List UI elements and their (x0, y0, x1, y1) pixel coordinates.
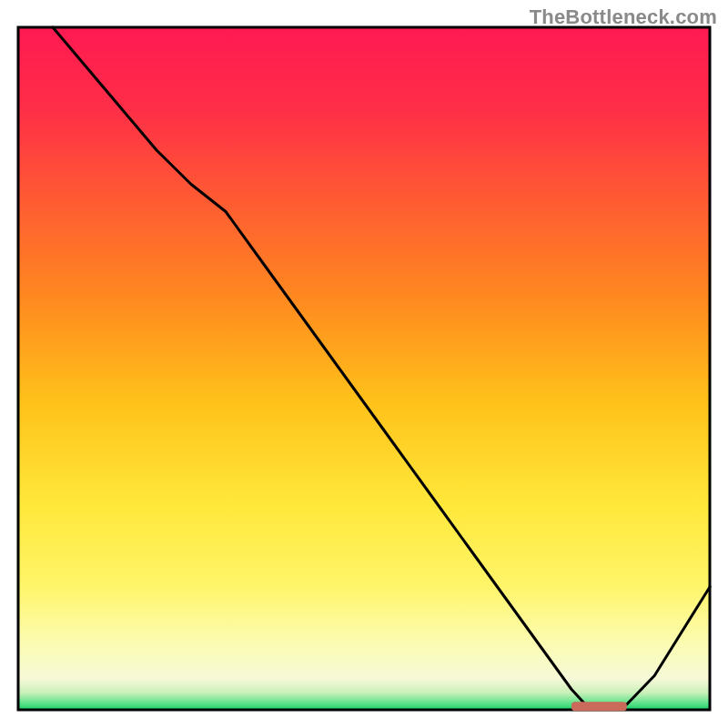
chart-container: TheBottleneck.com (0, 0, 728, 728)
plot-area (18, 27, 710, 711)
bottleneck-chart (0, 0, 728, 728)
watermark-label: TheBottleneck.com (530, 5, 717, 29)
optimal-zone-marker (571, 702, 627, 711)
gradient-background (18, 27, 710, 710)
